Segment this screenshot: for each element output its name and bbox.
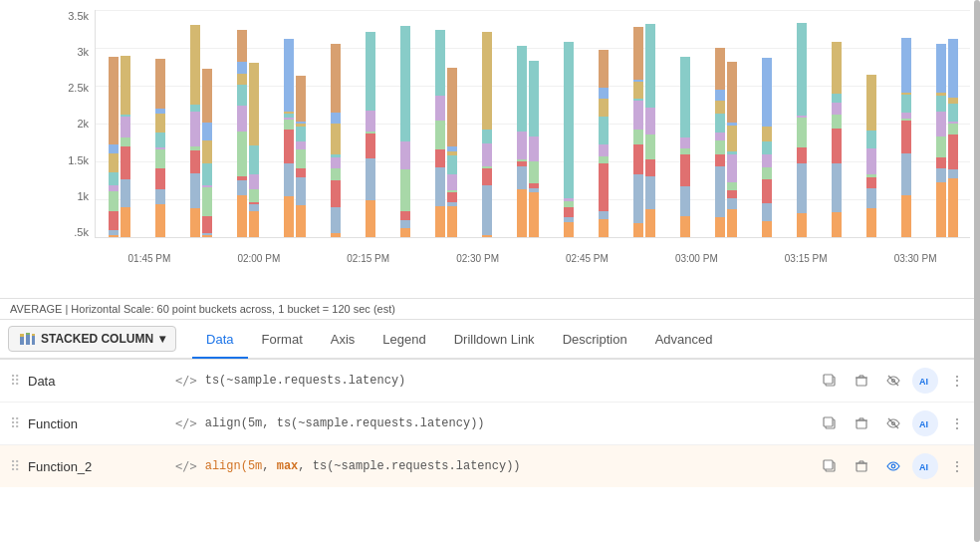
bar-segment	[832, 94, 842, 103]
bar-segment	[447, 155, 457, 174]
bar-segment	[948, 178, 958, 237]
row-actions-3: AI ⋮	[817, 453, 970, 479]
delete-button-3[interactable]	[849, 453, 874, 479]
bar-segment	[190, 112, 200, 146]
bar-col	[447, 68, 457, 237]
bar-segment	[529, 136, 539, 161]
bar-segment	[727, 209, 737, 237]
chart-type-button[interactable]: STACKED COLUMN ▾	[8, 326, 176, 352]
bar-segment	[727, 190, 737, 198]
bar-segment	[762, 167, 772, 179]
bar-segment	[645, 209, 655, 237]
bar-segment	[482, 130, 492, 143]
bar-segment	[237, 106, 247, 132]
bars-container	[95, 10, 970, 238]
row-query-3[interactable]: align(5m, max, ts(~sample.requests.laten…	[205, 459, 809, 473]
bar-segment	[109, 211, 119, 230]
tab-advanced[interactable]: Advanced	[641, 322, 727, 359]
row-name-1: Data	[28, 374, 167, 389]
ai-button-1[interactable]: AI	[912, 368, 938, 394]
bar-segment	[727, 182, 737, 190]
bar-segment	[936, 157, 946, 168]
bar-group-15	[715, 10, 737, 237]
bar-segment	[866, 75, 876, 131]
bar-group-12	[599, 10, 609, 237]
bar-col	[797, 23, 807, 237]
delete-button-1[interactable]	[849, 368, 874, 394]
bar-col	[948, 39, 958, 237]
bar-segment	[249, 189, 259, 202]
eye-off-button-1[interactable]	[880, 368, 906, 394]
ai-icon-3: AI	[918, 459, 932, 473]
tab-format[interactable]: Format	[248, 322, 317, 359]
bar-segment	[400, 169, 410, 211]
tab-legend[interactable]: Legend	[368, 322, 439, 359]
bar-segment	[202, 216, 212, 233]
bar-segment	[645, 135, 655, 159]
x-label-1: 02:00 PM	[237, 253, 280, 264]
code-tag-2[interactable]: </>	[175, 416, 197, 430]
bar-col	[202, 69, 212, 237]
bar-segment	[249, 211, 259, 237]
bar-segment	[762, 203, 772, 221]
bar-segment	[529, 192, 539, 237]
more-button-2[interactable]: ⋮	[944, 410, 970, 436]
row-query-1[interactable]: ts(~sample.requests.latency)	[205, 374, 809, 388]
more-button-3[interactable]: ⋮	[944, 453, 970, 479]
bar-segment	[948, 169, 958, 178]
bar-segment	[249, 174, 259, 189]
eye-button-3[interactable]	[880, 453, 906, 479]
copy-button-3[interactable]	[817, 453, 843, 479]
bar-col	[109, 57, 119, 237]
trash-icon-3	[855, 459, 868, 473]
bar-segment	[832, 103, 842, 115]
scrollbar[interactable]	[974, 0, 980, 542]
drag-handle-3[interactable]: ⠿	[10, 458, 20, 474]
delete-button-2[interactable]	[849, 410, 874, 436]
bar-col	[400, 26, 410, 237]
ai-button-3[interactable]: AI	[912, 453, 938, 479]
bar-segment	[435, 167, 445, 206]
bar-segment	[400, 141, 410, 169]
bar-segment	[121, 56, 130, 115]
code-tag-3[interactable]: </>	[175, 459, 197, 473]
bar-segment	[331, 44, 341, 113]
svg-rect-8	[857, 378, 866, 386]
bar-segment	[155, 133, 165, 147]
bar-segment	[296, 205, 306, 237]
bar-segment	[109, 235, 119, 237]
eye-off-button-2[interactable]	[880, 410, 906, 436]
bar-segment	[155, 59, 165, 109]
bar-col	[482, 32, 492, 237]
bar-segment	[190, 150, 200, 173]
bar-segment	[482, 32, 492, 130]
bar-segment	[901, 153, 911, 195]
bar-segment	[296, 76, 306, 122]
bar-segment	[645, 24, 655, 108]
bar-segment	[564, 222, 574, 237]
row-query-2[interactable]: align(5m, ts(~sample.requests.latency))	[205, 416, 809, 430]
svg-rect-28	[857, 463, 866, 471]
tab-data[interactable]: Data	[192, 322, 247, 359]
ai-button-2[interactable]: AI	[912, 410, 938, 436]
svg-rect-27	[824, 460, 833, 469]
copy-button-1[interactable]	[817, 368, 843, 394]
code-tag-1[interactable]: </>	[175, 374, 197, 388]
tab-axis[interactable]: Axis	[317, 322, 369, 359]
bar-segment	[715, 114, 725, 133]
bar-segment	[599, 156, 609, 163]
copy-button-2[interactable]	[817, 410, 843, 436]
x-label-5: 03:00 PM	[675, 253, 718, 264]
drag-handle-1[interactable]: ⠿	[10, 373, 20, 389]
tab-description[interactable]: Description	[549, 322, 641, 359]
bar-group-21	[936, 10, 958, 237]
tab-drilldown[interactable]: Drilldown Link	[440, 322, 549, 359]
more-button-1[interactable]: ⋮	[944, 368, 970, 394]
bar-segment	[366, 111, 375, 132]
bar-segment	[762, 141, 772, 154]
x-label-0: 01:45 PM	[128, 253, 171, 264]
y-label-1: 3k	[77, 46, 89, 58]
bar-segment	[190, 105, 200, 112]
bar-segment	[366, 32, 375, 111]
drag-handle-2[interactable]: ⠿	[10, 415, 20, 431]
